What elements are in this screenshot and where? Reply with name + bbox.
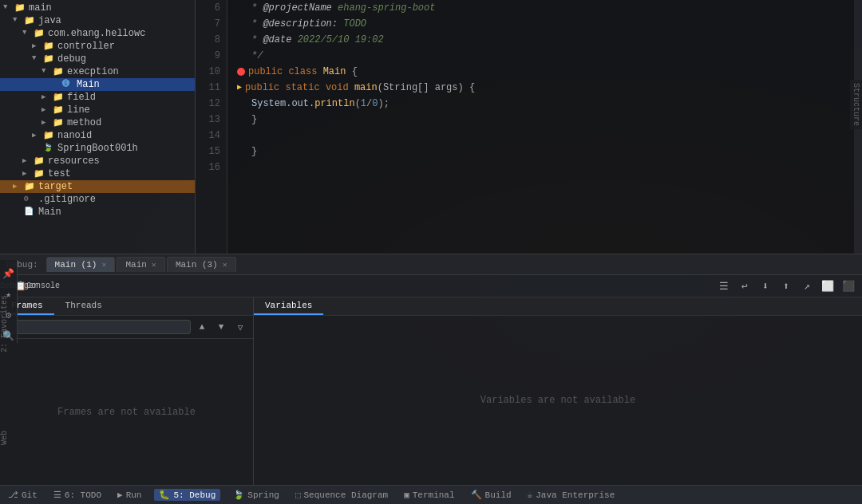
sidebar-item-pom[interactable]: ▶ 📄 Main [0, 206, 195, 219]
frames-empty-label: Frames are not available [57, 407, 196, 418]
sidebar-item-springboot[interactable]: ▶ 🍃 SpringBoot001h [0, 142, 195, 155]
status-run[interactable]: ▶ Run [114, 488, 144, 502]
debug-tab-main2[interactable]: Main ✕ [117, 257, 164, 272]
code-text: * @projectName ehang-spring-boot [251, 0, 435, 16]
code-line-10: public class Main { [237, 64, 854, 80]
file-icon: 📄 [24, 207, 35, 218]
tab-variables[interactable]: Variables [254, 297, 323, 315]
frames-section: Frames Threads ▲ ▼ ▽ Frames are not avai… [0, 297, 254, 485]
status-build[interactable]: 🔨 Build [468, 488, 515, 502]
code-text: public static void main(String[] args) { [245, 80, 475, 96]
tree-label: main [29, 2, 52, 14]
tree-label: com.ehang.hellowc [48, 28, 145, 39]
sidebar-item-target[interactable]: ▶ 📁 target [0, 180, 195, 193]
frames-up-btn[interactable]: ▲ [194, 319, 210, 335]
code-editor[interactable]: * @projectName ehang-spring-boot * @desc… [227, 0, 854, 254]
tree-label: test [48, 168, 71, 179]
tree-label: execption [67, 66, 119, 77]
code-line-8: * @date 2022/5/10 19:02 [237, 32, 854, 48]
run-icon: ▶ [117, 490, 123, 500]
toolbar-btn-step[interactable]: ↗ [798, 278, 816, 295]
folder-icon: 📁 [43, 41, 54, 52]
code-line-12: System.out.println(1/0); [237, 96, 854, 112]
arrow-icon: ▶ [42, 105, 51, 115]
status-java-ent[interactable]: ☕ Java Enterprise [524, 488, 619, 502]
status-terminal[interactable]: ▣ Terminal [401, 488, 457, 502]
sidebar-item-nanoid[interactable]: ▶ 📁 nanoid [0, 129, 195, 142]
code-line-9: */ [237, 48, 854, 64]
editor-area: 6 7 8 9 10 11 12 13 14 15 16 * @pr [196, 0, 862, 254]
sidebar-item-java[interactable]: ▼ 📁 java [0, 14, 195, 27]
frames-filter-input[interactable] [5, 320, 191, 334]
sidebar-item-package[interactable]: ▼ 📁 com.ehang.hellowc [0, 27, 195, 40]
status-run-label: Run [126, 490, 142, 500]
tab-close-icon[interactable]: ✕ [223, 260, 227, 270]
sidebar-item-controller[interactable]: ▶ 📁 controller [0, 40, 195, 53]
debug-tab-main1[interactable]: Main (1) ✕ [46, 257, 116, 272]
folder-icon: 📁 [34, 28, 45, 39]
sidebar-item-test[interactable]: ▶ 📁 test [0, 167, 195, 180]
debug-sections: Frames Threads ▲ ▼ ▽ Frames are not avai… [0, 297, 862, 485]
java-ent-icon: ☕ [528, 490, 533, 500]
arrow-icon: ▼ [13, 16, 22, 26]
variables-body: Variables are not available [254, 316, 862, 485]
tree-label: field [67, 92, 96, 103]
tree-label: Main [38, 207, 61, 218]
tab-threads[interactable]: Threads [54, 297, 113, 315]
tab-label: Main (1) [55, 260, 97, 270]
sidebar-item-gitignore[interactable]: ▶ ⚙ .gitignore [0, 193, 195, 206]
code-text: * @date 2022/5/10 19:02 [251, 32, 384, 48]
tree-label: Main [77, 79, 100, 90]
arrow-icon: ▶ [13, 182, 22, 191]
status-todo[interactable]: ☰ 6: TODO [50, 488, 105, 502]
tab-close-icon[interactable]: ✕ [152, 260, 156, 270]
ln-12: 12 [199, 96, 220, 112]
sidebar-item-field[interactable]: ▶ 📁 field [0, 91, 195, 104]
sidebar-item-method[interactable]: ▶ 📁 method [0, 116, 195, 129]
tab-label: Main (3) [176, 260, 218, 270]
toolbar-btn-mute[interactable]: ⬛ [840, 278, 857, 295]
status-git[interactable]: ⎇ Git [5, 488, 41, 502]
toolbar-btn-up[interactable]: ⬆ [777, 278, 795, 295]
status-debug[interactable]: 🐛 5: Debug [154, 489, 220, 501]
arrow-icon: ▼ [3, 3, 13, 13]
toolbar-btn-menu[interactable]: ☰ [715, 278, 733, 295]
console-tab-btn[interactable]: 📋 Console [29, 278, 46, 295]
frames-filter-btn[interactable]: ▽ [232, 319, 248, 335]
favorites-star-btn[interactable]: ★ [2, 287, 16, 301]
code-text: */ [251, 48, 263, 64]
sidebar-item-debug[interactable]: ▼ 📁 debug [0, 53, 195, 65]
search-pin-btn[interactable]: 🔍 [2, 329, 16, 343]
sidebar-item-line[interactable]: ▶ 📁 line [0, 104, 195, 116]
folder-icon: 📁 [34, 168, 45, 179]
status-sequence-label: Sequence Diagram [304, 490, 389, 500]
toolbar-btn-restore[interactable]: ↩ [736, 278, 753, 295]
code-content: 6 7 8 9 10 11 12 13 14 15 16 * @pr [196, 0, 862, 254]
tab-close-icon[interactable]: ✕ [101, 260, 106, 270]
folder-icon: 📁 [53, 66, 64, 77]
favorites-pin-btn[interactable]: 📌 [2, 266, 16, 281]
sidebar-item-exception[interactable]: ▼ 📁 execption [0, 65, 195, 78]
tree-label: method [67, 117, 101, 128]
code-line-16 [237, 159, 854, 175]
folder-icon: 📁 [53, 104, 64, 116]
ln-14: 14 [199, 128, 220, 144]
status-sequence[interactable]: ⬚ Sequence Diagram [292, 488, 391, 502]
toolbar-btn-down[interactable]: ⬇ [757, 278, 774, 295]
sidebar-item-resources[interactable]: ▶ 📁 resources [0, 155, 195, 167]
structure-panel-label[interactable]: Structure [850, 80, 862, 129]
debug-tab-main3[interactable]: Main (3) ✕ [167, 257, 236, 272]
status-spring-label: Spring [247, 490, 279, 500]
settings-btn[interactable]: ⚙ [2, 308, 16, 322]
ln-16: 16 [199, 159, 220, 175]
toolbar-btn-stop[interactable]: ⬜ [819, 278, 836, 295]
folder-icon: 📁 [53, 92, 64, 103]
sidebar-item-main[interactable]: ▼ 📁 main [0, 2, 195, 14]
status-spring[interactable]: 🍃 Spring [230, 488, 283, 502]
debug-toolbar: 🐛 Debugger 📋 Console ☰ ↩ ⬇ ⬆ ↗ ⬜ ⬛ [0, 275, 862, 297]
variables-section: Variables Variables are not available [254, 297, 862, 485]
spring-icon: 🍃 [233, 490, 244, 500]
file-icon: ⚙ [24, 194, 35, 205]
frames-down-btn[interactable]: ▼ [213, 319, 229, 335]
sidebar-item-Main[interactable]: ▶ 🅒 Main [0, 78, 195, 91]
